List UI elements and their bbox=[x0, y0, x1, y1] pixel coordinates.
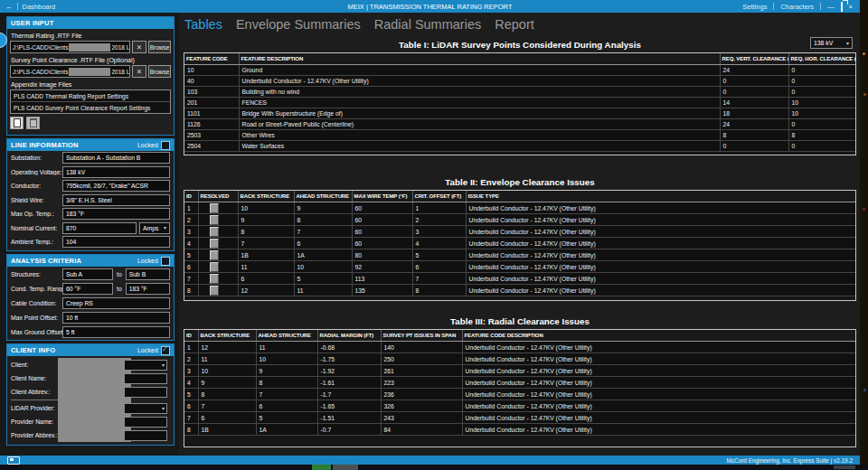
maximize-button[interactable] bbox=[841, 3, 843, 11]
table-row[interactable]: 476604Underbuild Conductor - 12.47KV (Ot… bbox=[184, 238, 856, 249]
table-row[interactable]: 10Ground240 bbox=[184, 65, 856, 76]
tab-radial-summaries[interactable]: Radial Summaries bbox=[374, 17, 481, 32]
ambient-temp-input[interactable]: 104 bbox=[62, 236, 170, 248]
appendix-files-label: Appendix Image Files bbox=[11, 81, 170, 88]
table-row[interactable]: 387603Underbuild Conductor - 12.47KV (Ot… bbox=[184, 226, 856, 238]
operating-voltage-input[interactable]: 138 kV bbox=[62, 166, 170, 178]
close-button[interactable]: × bbox=[849, 3, 853, 11]
dashboard-link[interactable]: Dashboard bbox=[23, 3, 56, 11]
column-header: BACK STRUCTURE bbox=[238, 191, 294, 202]
browse-button[interactable]: Browse bbox=[148, 41, 171, 53]
locked-checkbox[interactable] bbox=[161, 141, 170, 150]
list-item[interactable]: PLS CADD Thermal Rating Report Settings bbox=[11, 90, 170, 102]
table-row[interactable]: 498-1.61223Underbuild Conductor - 12.47K… bbox=[184, 377, 856, 389]
table-row[interactable]: 51B1A805Underbuild Conductor - 12.47KV (… bbox=[184, 249, 856, 261]
resolved-checkbox[interactable] bbox=[210, 262, 219, 272]
delete-file-button[interactable] bbox=[26, 117, 40, 129]
table-row[interactable]: 298602Underbuild Conductor - 12.47KV (Ot… bbox=[184, 214, 856, 226]
max-op-temp-input[interactable]: 183 °F bbox=[62, 208, 170, 220]
table-cell: 7 bbox=[184, 412, 198, 424]
table-row[interactable]: 81B1A-0.784Underbuild Conductor - 12.47K… bbox=[184, 424, 856, 436]
table-row[interactable]: 1126Road or Street-Paved Public (Centerl… bbox=[184, 119, 856, 130]
table-row[interactable]: 676-1.65326Underbuild Conductor - 12.47K… bbox=[184, 400, 856, 412]
resolved-checkbox[interactable] bbox=[210, 274, 219, 284]
nominal-current-input[interactable]: 870 bbox=[62, 222, 137, 234]
current-unit-select[interactable]: Amps ▾ bbox=[139, 222, 170, 234]
table-row[interactable]: 21110-1.75250Underbuild Conductor - 12.4… bbox=[184, 353, 856, 365]
max-ground-offset-input[interactable]: 5 ft bbox=[62, 326, 170, 338]
structures-to-input[interactable]: Sub B bbox=[126, 268, 170, 280]
locked-checkbox[interactable] bbox=[161, 346, 170, 355]
table-row[interactable]: 2503Other Wires88 bbox=[184, 130, 856, 141]
client-abbrev-input[interactable] bbox=[124, 387, 167, 398]
table-row[interactable]: 765-1.51243Underbuild Conductor - 12.47K… bbox=[184, 412, 856, 424]
list-item[interactable]: PLS CADD Survey Point Clearance Report S… bbox=[11, 102, 170, 113]
table-row[interactable]: 1101Bridge With Superstructure (Edge of)… bbox=[184, 108, 856, 119]
browse-button[interactable]: Browse bbox=[148, 65, 171, 78]
field-label: Provider Abbrev.: bbox=[11, 432, 58, 438]
resolved-checkbox[interactable] bbox=[210, 239, 219, 249]
table-cell: 6 bbox=[184, 261, 198, 273]
cond-temp-from-input[interactable]: 60 °F bbox=[62, 283, 113, 295]
back-icon[interactable]: ← bbox=[5, 3, 13, 11]
table-cell: 5 bbox=[256, 412, 317, 424]
substation-input[interactable]: Substation A - Substation B bbox=[62, 152, 170, 164]
resolved-checkbox[interactable] bbox=[210, 250, 219, 260]
cond-temp-to-input[interactable]: 183 °F bbox=[126, 283, 170, 295]
table-cell: 60 bbox=[352, 226, 412, 238]
export-image-icon[interactable] bbox=[7, 456, 20, 465]
table-cell: 7 bbox=[238, 238, 294, 249]
table-row[interactable]: 3109-1.92261Underbuild Conductor - 12.47… bbox=[184, 365, 856, 377]
table-row[interactable]: 61110926Underbuild Conductor - 12.47KV (… bbox=[184, 261, 856, 273]
provider-abbrev-input[interactable] bbox=[124, 430, 167, 441]
minimize-button[interactable]: — bbox=[827, 3, 835, 11]
clear-file-button[interactable]: ✕ bbox=[132, 41, 146, 53]
tab-report[interactable]: Report bbox=[495, 17, 534, 32]
provider-name-input[interactable] bbox=[124, 417, 167, 428]
taskbar-app-gray[interactable] bbox=[333, 465, 358, 470]
lidar-provider-select[interactable]: ▾ bbox=[124, 403, 167, 414]
table-cell: 60 bbox=[352, 238, 412, 249]
locked-control: Locked bbox=[137, 346, 170, 355]
resolved-checkbox[interactable] bbox=[210, 227, 219, 237]
client-select[interactable]: ▾ bbox=[124, 360, 167, 371]
table-row[interactable]: 2504Water Surfaces00 bbox=[184, 141, 856, 152]
table-cell: 11 bbox=[294, 285, 352, 296]
table-cell: 8 bbox=[412, 285, 466, 296]
table-row[interactable]: 1109601Underbuild Conductor - 12.47KV (O… bbox=[184, 202, 856, 214]
table-row[interactable]: 40Underbuild Conductor - 12.47KV (Other … bbox=[184, 76, 856, 87]
survey-point-file-input[interactable]: J:\PLS-CADD\Clients 2018 Line N bbox=[10, 65, 130, 78]
table-cell: 5 bbox=[412, 249, 466, 261]
resolved-checkbox[interactable] bbox=[210, 215, 219, 225]
conductor-input[interactable]: 795kcmil, 26/7, "Drake" ACSR bbox=[62, 180, 170, 192]
field-label: Shield Wire: bbox=[11, 197, 62, 203]
client-name-input[interactable] bbox=[124, 373, 167, 384]
characters-link[interactable]: Characters bbox=[780, 3, 814, 11]
table-cell: 8 bbox=[294, 214, 352, 226]
shield-wire-input[interactable]: 3/8" E.H.S. Steel bbox=[62, 194, 170, 206]
structures-from-input[interactable]: Sub A bbox=[62, 268, 113, 280]
table-row[interactable]: 103Building with no wind00 bbox=[184, 87, 856, 98]
table-row[interactable]: 11211-0.68140Underbuild Conductor - 12.4… bbox=[184, 342, 856, 353]
table-row[interactable]: 201FENCES1410 bbox=[184, 98, 856, 108]
header-row: IDBACK STRUCTUREAHEAD STRUCTURERADIAL MA… bbox=[184, 330, 856, 342]
settings-link[interactable]: Settings bbox=[742, 3, 767, 11]
thermal-rating-file-input[interactable]: J:\PLS-CADD\Clients 2018 Line N bbox=[10, 41, 130, 53]
taskbar-app-green[interactable] bbox=[312, 465, 331, 470]
add-file-button[interactable] bbox=[10, 117, 24, 129]
table-row[interactable]: 587-1.7236Underbuild Conductor - 12.47KV… bbox=[184, 389, 856, 400]
resolved-checkbox[interactable] bbox=[210, 286, 219, 296]
table-row[interactable]: 812111358Underbuild Conductor - 12.47KV … bbox=[184, 285, 856, 296]
resolved-checkbox[interactable] bbox=[210, 203, 219, 213]
max-point-offset-input[interactable]: 10 ft bbox=[62, 312, 170, 324]
tab-tables[interactable]: Tables bbox=[184, 17, 222, 32]
field-row: Max Point Offset: 10 ft bbox=[11, 310, 170, 324]
clear-file-button[interactable]: ✕ bbox=[132, 65, 146, 78]
file-path-prefix: J:\PLS-CADD\Clients bbox=[13, 69, 68, 75]
table-row[interactable]: 7651137Underbuild Conductor - 12.47KV (O… bbox=[184, 273, 856, 285]
tab-envelope-summaries[interactable]: Envelope Summaries bbox=[236, 17, 361, 32]
table-cell: 3 bbox=[184, 226, 198, 238]
locked-checkbox[interactable] bbox=[161, 257, 170, 266]
field-label: Client Name: bbox=[11, 375, 58, 381]
cable-condition-input[interactable]: Creep RS bbox=[62, 297, 170, 309]
